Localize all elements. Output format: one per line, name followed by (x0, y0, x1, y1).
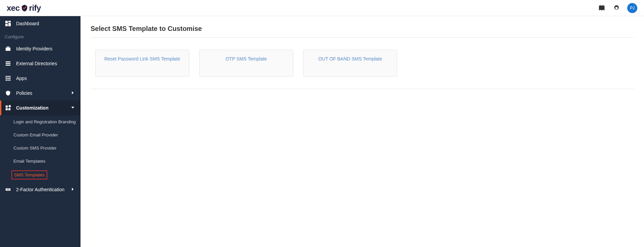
nav-label: Dashboard (16, 21, 76, 26)
svg-rect-22 (6, 108, 8, 110)
svg-rect-15 (9, 78, 11, 79)
nav-label: Apps (16, 76, 76, 81)
svg-rect-16 (6, 80, 7, 81)
user-avatar[interactable]: PJ (627, 3, 637, 13)
card-label: OTP SMS Template (225, 56, 267, 61)
app-header: xec rify PJ (0, 0, 644, 16)
sidebar: Dashboard Configure Identity Providers E… (0, 16, 80, 247)
sidebar-item-customization[interactable]: Customization (0, 100, 80, 115)
nav-label: External Directories (16, 61, 76, 66)
nav-label: Customization (16, 105, 66, 111)
sidebar-item-apps[interactable]: Apps (0, 71, 80, 86)
svg-rect-21 (8, 105, 11, 108)
shield-check-icon (20, 4, 29, 12)
sidebar-subitem-sms-templates[interactable]: SMS Templates (0, 168, 80, 182)
svg-rect-5 (6, 47, 10, 51)
svg-rect-10 (6, 76, 7, 77)
card-label: Reset Password Link SMS Template (104, 56, 180, 61)
brand-logo[interactable]: xec rify (7, 3, 41, 13)
section-label-configure: Configure (0, 31, 80, 41)
sidebar-subitem-custom-sms[interactable]: Custom SMS Provider (0, 141, 80, 155)
sidebar-item-external-directories[interactable]: External Directories (0, 56, 80, 71)
briefcase-icon (5, 45, 11, 52)
svg-rect-3 (5, 24, 8, 26)
nav-label: Identity Providers (16, 46, 76, 51)
subitem-label: Custom SMS Provider (13, 146, 57, 151)
sidebar-item-identity-providers[interactable]: Identity Providers (0, 41, 80, 56)
svg-rect-2 (8, 21, 11, 23)
svg-text:123: 123 (7, 189, 10, 191)
svg-rect-11 (7, 76, 9, 77)
grid-icon (5, 75, 11, 82)
svg-rect-4 (8, 23, 11, 26)
pin-icon: 123 (5, 186, 11, 193)
header-actions: PJ (598, 3, 637, 13)
svg-rect-7 (6, 61, 10, 63)
sidebar-subitem-custom-email[interactable]: Custom Email Provider (0, 128, 80, 141)
content-area: Select SMS Template to Customise Reset P… (80, 16, 644, 247)
sidebar-item-dashboard[interactable]: Dashboard (0, 16, 80, 31)
gear-icon[interactable] (612, 4, 621, 12)
svg-rect-9 (6, 65, 10, 66)
page-title: Select SMS Template to Customise (91, 25, 634, 38)
subitem-label: Email Templates (13, 159, 45, 164)
svg-rect-14 (7, 78, 9, 79)
logo-text-prefix: xec (7, 3, 20, 13)
sidebar-subitem-email-templates[interactable]: Email Templates (0, 155, 80, 168)
main-container: Dashboard Configure Identity Providers E… (0, 16, 644, 247)
docs-icon[interactable] (598, 4, 606, 12)
chevron-right-icon (70, 187, 76, 192)
chevron-right-icon (70, 90, 76, 96)
nav-label: 2-Factor Authentication (16, 187, 66, 192)
template-cards-container: Reset Password Link SMS Template OTP SMS… (91, 38, 634, 89)
list-icon (5, 60, 11, 67)
widgets-icon (5, 105, 11, 111)
svg-rect-12 (9, 76, 11, 77)
card-label: OUT OF BAND SMS Template (318, 56, 382, 61)
svg-rect-1 (5, 21, 8, 23)
svg-rect-17 (7, 80, 9, 81)
template-card-out-of-band[interactable]: OUT OF BAND SMS Template (303, 50, 397, 77)
chevron-down-icon (70, 105, 76, 111)
svg-point-0 (615, 7, 618, 9)
dashboard-icon (5, 20, 11, 27)
avatar-initials: PJ (630, 6, 635, 10)
sidebar-item-2fa[interactable]: 123 2-Factor Authentication (0, 182, 80, 197)
svg-rect-19 (6, 106, 8, 108)
subitem-label: Login and Registration Branding (13, 119, 76, 124)
sidebar-item-policies[interactable]: Policies (0, 86, 80, 100)
svg-rect-6 (7, 47, 9, 48)
template-card-otp[interactable]: OTP SMS Template (199, 50, 293, 77)
subitem-label: Custom Email Provider (13, 132, 58, 137)
shield-icon (5, 90, 11, 96)
svg-rect-8 (6, 63, 10, 64)
subitem-label: SMS Templates (11, 170, 47, 179)
logo-text-suffix: rify (29, 3, 41, 13)
svg-rect-13 (6, 78, 7, 79)
svg-rect-20 (8, 108, 10, 110)
sidebar-subitem-login-branding[interactable]: Login and Registration Branding (0, 115, 80, 128)
nav-label: Policies (16, 90, 66, 96)
template-card-reset-password[interactable]: Reset Password Link SMS Template (95, 50, 189, 77)
svg-rect-18 (9, 80, 11, 81)
